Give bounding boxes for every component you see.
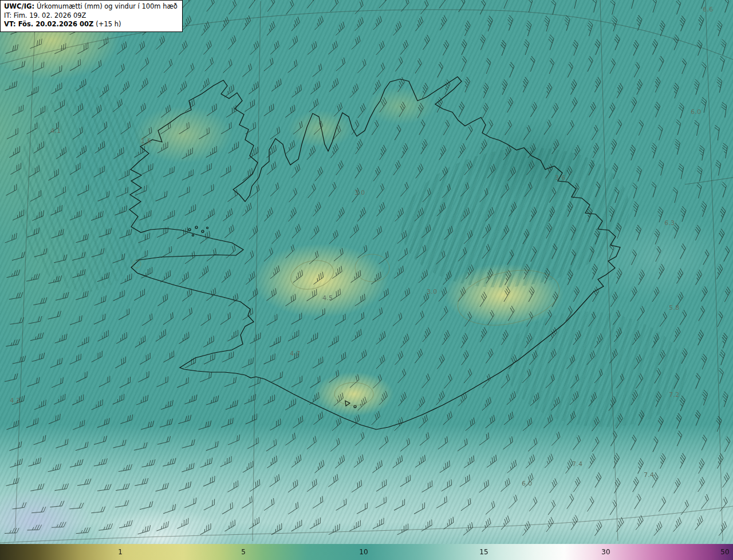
wind-barb-icon (413, 245, 428, 258)
wind-barb-icon (27, 458, 42, 466)
wind-barb-icon (50, 501, 65, 507)
wind-barb-icon (504, 167, 517, 181)
wind-barb-icon (437, 460, 452, 472)
wind-barb-icon (460, 369, 474, 383)
wind-barb-icon (519, 229, 531, 244)
wind-barb-icon (263, 439, 278, 451)
wind-barb-icon (395, 524, 411, 535)
wind-barb-icon (589, 143, 600, 158)
wind-barb-icon (307, 226, 321, 239)
wind-barb-icon (183, 357, 198, 368)
wind-barb-icon (395, 248, 409, 261)
wind-barb-icon (155, 521, 170, 531)
wind-barb-icon (454, 102, 465, 117)
map-title-line: UWC/IG:Úrkomumætti (mm) og vindur í 100m… (4, 2, 178, 11)
wind-barb-icon (247, 41, 261, 54)
wind-barb-icon (196, 128, 211, 139)
wind-barb-icon (352, 0, 365, 14)
wind-barb-icon (269, 372, 285, 382)
wind-barb-icon (160, 312, 175, 325)
wind-barb-icon (457, 56, 468, 72)
wind-barb-icon (289, 313, 304, 324)
wind-barb-icon (693, 477, 706, 492)
wind-barb-icon (691, 515, 704, 530)
wind-barb-icon (546, 479, 559, 493)
wind-barb-icon (32, 435, 48, 445)
wind-barb-icon (245, 0, 258, 9)
wind-barb-icon (218, 312, 232, 324)
wind-barb-icon (562, 15, 570, 31)
wind-barb-icon (676, 102, 685, 118)
wind-barb-icon (53, 254, 68, 262)
wind-barb-icon (397, 182, 410, 196)
wind-barb-icon (607, 139, 618, 155)
wind-barb-icon (417, 0, 430, 14)
colorbar: 1510153050 (0, 544, 733, 560)
wind-barb-icon (478, 103, 490, 119)
wind-barb-icon (177, 415, 192, 423)
wind-barb-icon (698, 62, 707, 77)
wind-barb-icon (369, 374, 383, 388)
wind-barb-icon (5, 478, 20, 486)
wind-barb-icon (392, 499, 407, 511)
wind-barb-icon (368, 120, 380, 135)
wind-barb-icon (505, 495, 519, 508)
wind-barb-icon (376, 436, 390, 449)
wind-barb-icon (440, 374, 454, 388)
wind-barb-icon (11, 210, 26, 220)
wind-barb-icon (140, 313, 155, 325)
wind-barb-icon (93, 436, 108, 444)
wind-barb-icon (630, 202, 639, 217)
wind-barb-icon (310, 357, 325, 368)
wind-barb-icon (346, 84, 360, 97)
wind-barb-icon (306, 392, 321, 405)
wind-barb-icon (457, 333, 470, 348)
wind-barb-icon (542, 517, 555, 532)
wind-barb-icon (304, 184, 317, 198)
wind-barb-icon (697, 494, 711, 508)
wind-barb-icon (440, 411, 454, 425)
wind-barb-icon (655, 350, 667, 365)
colorbar-tick-label: 1 (118, 548, 123, 556)
island-dot (188, 228, 191, 231)
wind-barb-icon (454, 0, 466, 12)
wind-barb-icon (8, 163, 23, 175)
wind-barb-icon (348, 36, 362, 49)
wind-barb-icon (46, 169, 61, 180)
wind-barb-icon (48, 275, 63, 283)
wind-barb-icon (389, 313, 404, 326)
wind-barb-icon (419, 35, 431, 50)
wind-barb-icon (243, 122, 258, 134)
wind-barb-icon (562, 459, 574, 474)
wind-barb-icon (308, 518, 323, 529)
wind-barb-icon (505, 62, 515, 77)
wind-barb-icon (220, 208, 235, 221)
wind-barb-icon (369, 167, 382, 182)
wind-barb-icon (222, 225, 236, 238)
wind-barb-icon (97, 376, 112, 387)
wind-barb-icon (699, 250, 710, 265)
wind-barb-icon (282, 105, 297, 117)
wind-barb-icon (397, 438, 412, 451)
wind-barb-icon (239, 496, 254, 508)
wind-barb-icon (96, 330, 111, 341)
wind-barb-icon (670, 83, 680, 98)
wind-barb-icon (524, 143, 537, 157)
colorbar-tick-label: 5 (241, 548, 246, 556)
wind-barb-icon (326, 0, 340, 11)
wind-barb-icon (267, 41, 281, 54)
wind-barb-icon (411, 349, 424, 363)
wind-barb-icon (694, 306, 706, 321)
wind-barb-icon (111, 254, 127, 263)
wind-barb-icon (633, 459, 645, 474)
wind-barb-icon (439, 184, 452, 198)
wind-barb-icon (441, 517, 456, 530)
wind-barb-icon (505, 354, 518, 369)
wind-barb-icon (634, 120, 644, 136)
wind-barb-icon (391, 266, 406, 278)
wind-barb-icon (283, 294, 298, 306)
wind-barb-icon (243, 413, 259, 424)
wind-barb-icon (351, 17, 365, 31)
wind-barb-icon (202, 499, 217, 510)
wind-barb-icon (115, 483, 131, 490)
